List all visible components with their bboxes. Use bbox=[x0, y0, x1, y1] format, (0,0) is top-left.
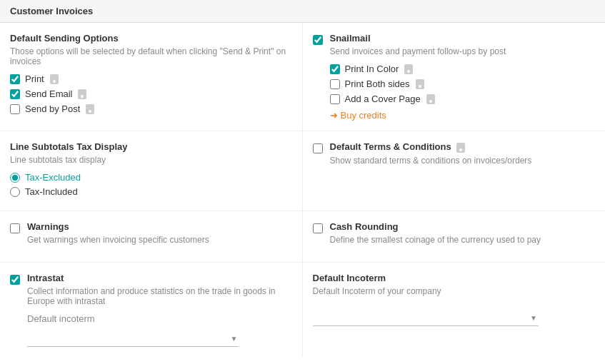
default-terms-desc: Show standard terms & conditions on invo… bbox=[330, 156, 596, 166]
line-subtotals-desc: Line subtotals tax display bbox=[10, 155, 292, 165]
snailmail-desc: Send invoices and payment follow-ups by … bbox=[330, 46, 596, 56]
tax-included-row: Tax-Included bbox=[10, 186, 292, 197]
intrastat-dropdown[interactable] bbox=[27, 330, 239, 347]
tax-included-label: Tax-Included bbox=[25, 186, 78, 197]
row-2: Line Subtotals Tax Display Line subtotal… bbox=[0, 131, 605, 211]
default-terms-toggle[interactable] bbox=[313, 143, 323, 153]
default-incoterm-dropdown-container bbox=[313, 309, 539, 326]
line-subtotals-title: Line Subtotals Tax Display bbox=[10, 141, 292, 152]
print-both-sides-row: Print Both sides bbox=[330, 79, 596, 89]
print-checkbox[interactable] bbox=[10, 74, 20, 84]
cover-mobile-icon bbox=[426, 94, 435, 104]
color-mobile-icon bbox=[404, 64, 413, 74]
default-terms-title: Default Terms & Conditions bbox=[330, 141, 596, 153]
warnings-desc: Get warnings when invoicing specific cus… bbox=[27, 235, 292, 245]
print-color-checkbox[interactable] bbox=[330, 64, 340, 74]
intrastat-desc: Collect information and produce statisti… bbox=[27, 286, 292, 306]
print-color-label: Print In Color bbox=[345, 64, 414, 74]
cash-rounding-title: Cash Rounding bbox=[330, 221, 596, 232]
cash-rounding-section: Cash Rounding Define the smallest coinag… bbox=[303, 211, 606, 262]
email-mobile-icon bbox=[78, 89, 86, 99]
default-sending-section: Default Sending Options Those options wi… bbox=[0, 23, 303, 131]
print-color-row: Print In Color bbox=[330, 64, 596, 74]
send-by-post-label: Send by Post bbox=[25, 103, 94, 114]
snailmail-title: Snailmail bbox=[330, 33, 596, 44]
post-mobile-icon bbox=[86, 104, 94, 114]
row-3: Warnings Get warnings when invoicing spe… bbox=[0, 211, 605, 263]
default-sending-title: Default Sending Options bbox=[10, 33, 292, 44]
print-both-sides-label: Print Both sides bbox=[345, 79, 424, 89]
warnings-title: Warnings bbox=[27, 221, 292, 232]
row-1: Default Sending Options Those options wi… bbox=[0, 23, 605, 131]
intrastat-title: Intrastat bbox=[27, 273, 292, 283]
send-email-checkbox[interactable] bbox=[10, 89, 20, 99]
default-incoterm-dropdown[interactable] bbox=[313, 309, 539, 326]
default-terms-section: Default Terms & Conditions Show standard… bbox=[303, 131, 606, 211]
buy-credits-link[interactable]: ➜ Buy credits bbox=[330, 110, 596, 121]
intrastat-toggle[interactable] bbox=[10, 275, 20, 285]
intrastat-dropdown-container bbox=[27, 330, 239, 347]
terms-mobile-icon bbox=[456, 143, 465, 153]
buy-credits-label: Buy credits bbox=[341, 110, 386, 121]
tax-excluded-radio[interactable] bbox=[10, 173, 20, 183]
print-option-row: Print bbox=[10, 74, 292, 84]
intrastat-section: Intrastat Collect information and produc… bbox=[0, 263, 303, 357]
sides-mobile-icon bbox=[416, 79, 424, 89]
cash-rounding-desc: Define the smallest coinage of the curre… bbox=[330, 235, 596, 245]
intrastat-dropdown-wrapper: Default incoterm bbox=[27, 313, 292, 347]
arrow-right-icon: ➜ bbox=[330, 110, 338, 121]
print-both-sides-checkbox[interactable] bbox=[330, 79, 340, 89]
tax-included-radio[interactable] bbox=[10, 187, 20, 197]
page-title: Customer Invoices bbox=[10, 6, 93, 16]
send-by-post-option-row: Send by Post bbox=[10, 103, 292, 114]
cover-page-label: Add a Cover Page bbox=[345, 93, 435, 104]
snailmail-section: Snailmail Send invoices and payment foll… bbox=[303, 23, 606, 131]
intrastat-dropdown-label: Default incoterm bbox=[27, 313, 292, 324]
default-incoterm-desc: Default Incoterm of your company bbox=[313, 286, 596, 296]
print-label: Print bbox=[25, 74, 59, 84]
row-4: Intrastat Collect information and produc… bbox=[0, 263, 605, 357]
default-sending-desc: Those options will be selected by defaul… bbox=[10, 46, 292, 66]
print-mobile-icon bbox=[50, 74, 59, 84]
default-incoterm-title: Default Incoterm bbox=[313, 273, 596, 283]
warnings-section: Warnings Get warnings when invoicing spe… bbox=[0, 211, 303, 262]
default-incoterm-section: Default Incoterm Default Incoterm of you… bbox=[303, 263, 606, 357]
send-email-option-row: Send Email bbox=[10, 89, 292, 99]
tax-excluded-label: Tax-Excluded bbox=[25, 172, 81, 183]
line-subtotals-section: Line Subtotals Tax Display Line subtotal… bbox=[0, 131, 303, 211]
send-by-post-checkbox[interactable] bbox=[10, 104, 20, 114]
send-email-label: Send Email bbox=[25, 89, 86, 99]
page-header: Customer Invoices bbox=[0, 0, 605, 23]
warnings-toggle[interactable] bbox=[10, 223, 20, 233]
cash-rounding-toggle[interactable] bbox=[313, 223, 323, 233]
tax-excluded-row: Tax-Excluded bbox=[10, 172, 292, 183]
snailmail-toggle[interactable] bbox=[313, 35, 323, 45]
cover-page-checkbox[interactable] bbox=[330, 94, 340, 104]
cover-page-row: Add a Cover Page bbox=[330, 93, 596, 104]
